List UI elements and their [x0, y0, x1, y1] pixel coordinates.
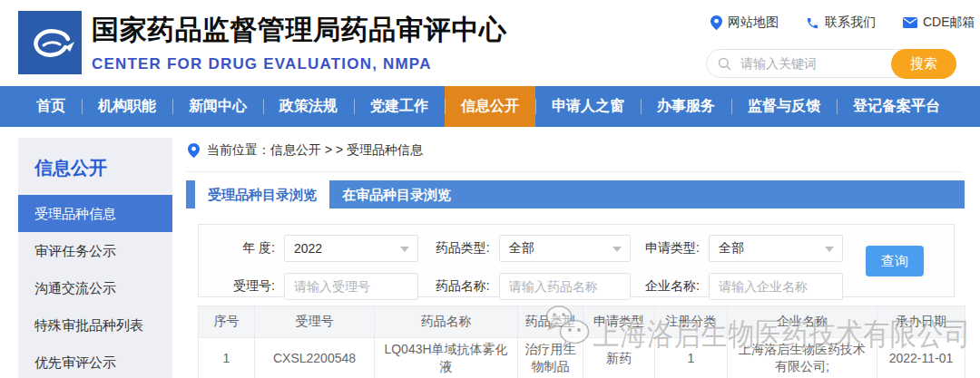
sidebar-items: 受理品种信息审评任务公示沟通交流公示特殊审批品种列表优先审评公示	[18, 195, 172, 378]
search-input[interactable]	[739, 55, 888, 72]
location-pin-icon	[710, 15, 722, 30]
cell-index: 1	[199, 338, 255, 378]
filter-field-2: 申请类型:全部	[631, 235, 848, 262]
filter-label: 药品名称:	[422, 278, 490, 295]
quick-link-2[interactable]: CDE邮箱	[903, 15, 975, 31]
filter-input-4[interactable]	[499, 273, 631, 300]
filter-label: 企业名称:	[631, 278, 700, 295]
filter-field-0: 年 度:2022	[206, 235, 422, 262]
filter-text-input[interactable]	[500, 274, 630, 299]
select-value: 全部	[509, 240, 534, 257]
col-header-drug-type: 药品类型	[518, 306, 583, 338]
col-header-index: 序号	[199, 306, 255, 338]
cell-application-type: 新药	[583, 338, 655, 378]
search-icon	[718, 57, 731, 71]
table-row-0: 1CXSL2200548LQ043H单域抗体雾化液治疗用生物制品新药1上海洛启生…	[199, 338, 965, 378]
tab-0[interactable]: 受理品种目录浏览	[195, 180, 329, 213]
cde-logo-icon	[18, 11, 82, 74]
search-button[interactable]: 搜索	[891, 49, 956, 79]
results-table: 序号受理号药品名称药品类型申请类型注册分类企业名称承办日期 1CXSL22005…	[198, 305, 965, 378]
filter-field-1: 药品类型:全部	[422, 235, 631, 262]
site-subtitle: CENTER FOR DRUG EVALUATION, NMPA	[92, 55, 507, 73]
quick-link-label: 联系我们	[825, 15, 876, 31]
quick-link-0[interactable]: 网站地图	[710, 15, 779, 31]
sidebar-item-0[interactable]: 受理品种信息	[18, 195, 172, 232]
nav-item-3[interactable]: 政策法规	[263, 86, 354, 127]
nav-item-2[interactable]: 新闻中心	[172, 86, 263, 127]
chevron-down-icon	[612, 247, 622, 252]
phone-icon	[806, 16, 819, 30]
col-header-acceptance-no: 受理号	[255, 306, 375, 338]
location-pin-icon	[188, 143, 200, 158]
sidebar-title: 信息公开	[18, 138, 172, 195]
tabbar: 受理品种目录浏览在审品种目录浏览	[186, 180, 965, 213]
nav-item-8[interactable]: 监督与反馈	[731, 86, 837, 127]
filter-input-5[interactable]	[709, 273, 843, 300]
filter-field-4: 药品名称:	[422, 273, 631, 300]
site-search-bar: 搜索	[706, 49, 956, 78]
sidebar-item-1[interactable]: 审评任务公示	[18, 232, 172, 269]
tab-1[interactable]: 在审品种目录浏览	[329, 180, 464, 213]
nav-item-1[interactable]: 机构职能	[82, 86, 172, 127]
quick-links: 网站地图联系我们CDE邮箱	[710, 15, 975, 31]
chevron-down-icon	[825, 247, 834, 252]
filter-field-3: 受理号:	[206, 273, 422, 300]
site-title: 国家药品监督管理局药品审评中心	[92, 12, 507, 49]
sidebar-item-2[interactable]: 沟通交流公示	[18, 269, 172, 306]
filter-input-3[interactable]	[284, 273, 418, 300]
nav-item-4[interactable]: 党建工作	[354, 86, 445, 127]
select-value: 2022	[294, 241, 322, 256]
filter-label: 受理号:	[206, 278, 275, 295]
filter-panel: 年 度:2022药品类型:全部申请类型:全部受理号:药品名称:企业名称: 查询	[198, 224, 955, 297]
breadcrumb-text: 当前位置：信息公开 > > 受理品种信息	[207, 142, 423, 159]
filter-field-5: 企业名称:	[631, 273, 848, 300]
quick-link-1[interactable]: 联系我们	[806, 15, 876, 31]
cell-registration-class: 1	[655, 338, 728, 378]
table-body: 1CXSL2200548LQ043H单域抗体雾化液治疗用生物制品新药1上海洛启生…	[199, 338, 965, 378]
filter-select-1[interactable]: 全部	[499, 235, 631, 262]
nav-item-7[interactable]: 办事服务	[641, 86, 731, 127]
nav-item-5[interactable]: 信息公开	[445, 86, 535, 127]
cell-drug-name: LQ043H单域抗体雾化液	[375, 338, 518, 378]
col-header-acceptance-date: 承办日期	[877, 306, 965, 338]
col-header-application-type: 申请类型	[583, 306, 655, 338]
select-value: 全部	[719, 240, 744, 257]
filter-grid: 年 度:2022药品类型:全部申请类型:全部受理号:药品名称:企业名称:	[199, 225, 954, 300]
filter-label: 申请类型:	[631, 240, 700, 257]
cell-drug-type: 治疗用生物制品	[518, 338, 583, 378]
tabs: 受理品种目录浏览在审品种目录浏览	[195, 180, 464, 213]
sidebar-item-4[interactable]: 优先审评公示	[18, 344, 172, 378]
quick-link-label: CDE邮箱	[923, 15, 975, 31]
col-header-company-name: 企业名称	[728, 306, 877, 338]
col-header-registration-class: 注册分类	[655, 306, 728, 338]
filter-select-2[interactable]: 全部	[709, 235, 843, 262]
sidebar-item-3[interactable]: 特殊审批品种列表	[18, 306, 172, 344]
filter-select-0[interactable]: 2022	[284, 235, 418, 262]
sidebar: 信息公开 受理品种信息审评任务公示沟通交流公示特殊审批品种列表优先审评公示	[18, 138, 172, 378]
nav-item-0[interactable]: 首页	[20, 86, 82, 127]
filter-text-input[interactable]	[710, 274, 842, 299]
nav-item-9[interactable]: 登记备案平台	[837, 86, 956, 127]
filter-label: 药品类型:	[422, 240, 490, 257]
filter-label: 年 度:	[206, 240, 275, 257]
col-header-drug-name: 药品名称	[375, 306, 518, 338]
page-header: 国家药品监督管理局药品审评中心 CENTER FOR DRUG EVALUATI…	[0, 0, 980, 86]
main-content: 当前位置：信息公开 > > 受理品种信息 受理品种目录浏览在审品种目录浏览 年 …	[186, 131, 966, 378]
query-button[interactable]: 查询	[866, 246, 924, 276]
cell-acceptance-date: 2022-11-01	[877, 338, 965, 378]
nav-item-6[interactable]: 申请人之窗	[535, 86, 641, 127]
mail-icon	[903, 17, 917, 28]
main-nav: 首页机构职能新闻中心政策法规党建工作信息公开申请人之窗办事服务监督与反馈登记备案…	[0, 86, 980, 127]
filter-text-input[interactable]	[285, 274, 417, 299]
chevron-down-icon	[400, 247, 409, 252]
table-header-row: 序号受理号药品名称药品类型申请类型注册分类企业名称承办日期	[199, 306, 965, 338]
breadcrumb: 当前位置：信息公开 > > 受理品种信息	[186, 131, 963, 172]
cell-company-name: 上海洛启生物医药技术有限公司;	[728, 338, 877, 378]
cell-acceptance-no: CXSL2200548	[255, 338, 375, 378]
brand-block: 国家药品监督管理局药品审评中心 CENTER FOR DRUG EVALUATI…	[92, 12, 507, 73]
quick-link-label: 网站地图	[728, 15, 779, 31]
